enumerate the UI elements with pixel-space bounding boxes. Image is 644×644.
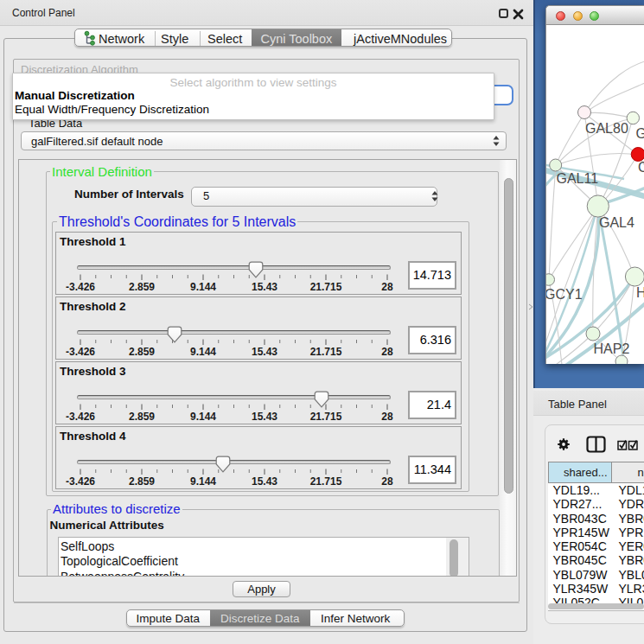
svg-text:GAL11: GAL11	[557, 171, 599, 186]
svg-text:GAL80: GAL80	[585, 120, 628, 135]
svg-text:GAL4: GAL4	[599, 215, 634, 230]
svg-text:CD: CD	[638, 159, 644, 174]
svg-text:HI: HI	[636, 284, 644, 299]
svg-text:GA: GA	[636, 125, 644, 140]
svg-text:HAP2: HAP2	[594, 341, 630, 355]
svg-text:GCY1: GCY1	[546, 286, 583, 301]
